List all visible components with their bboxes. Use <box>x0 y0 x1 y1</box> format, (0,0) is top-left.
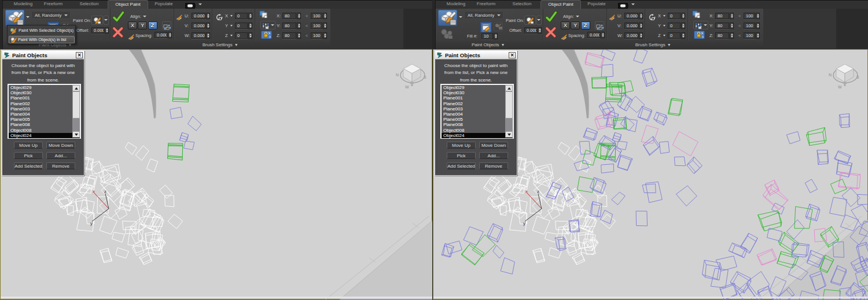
svg-text:x: x <box>93 189 95 194</box>
svg-text:x: x <box>525 189 528 194</box>
svg-text:z: z <box>104 189 106 194</box>
svg-text:N: N <box>829 73 832 77</box>
svg-text:y: y <box>523 221 525 226</box>
svg-text:N: N <box>396 73 399 77</box>
svg-text:W: W <box>405 85 409 89</box>
svg-text:S: S <box>856 75 859 79</box>
svg-text:z: z <box>537 189 539 194</box>
svg-text:W: W <box>838 85 842 89</box>
svg-text:S: S <box>424 75 426 79</box>
svg-text:y: y <box>90 221 93 226</box>
